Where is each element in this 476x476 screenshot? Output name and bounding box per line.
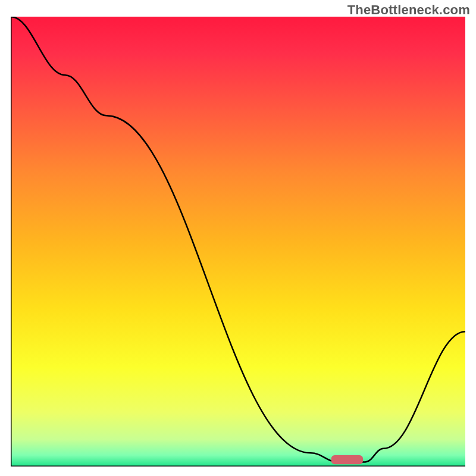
optimum-marker xyxy=(331,455,363,464)
chart-container: TheBottleneck.com xyxy=(0,0,476,476)
chart-svg xyxy=(11,17,465,466)
watermark-text: TheBottleneck.com xyxy=(347,2,470,18)
plot-frame xyxy=(11,17,465,466)
